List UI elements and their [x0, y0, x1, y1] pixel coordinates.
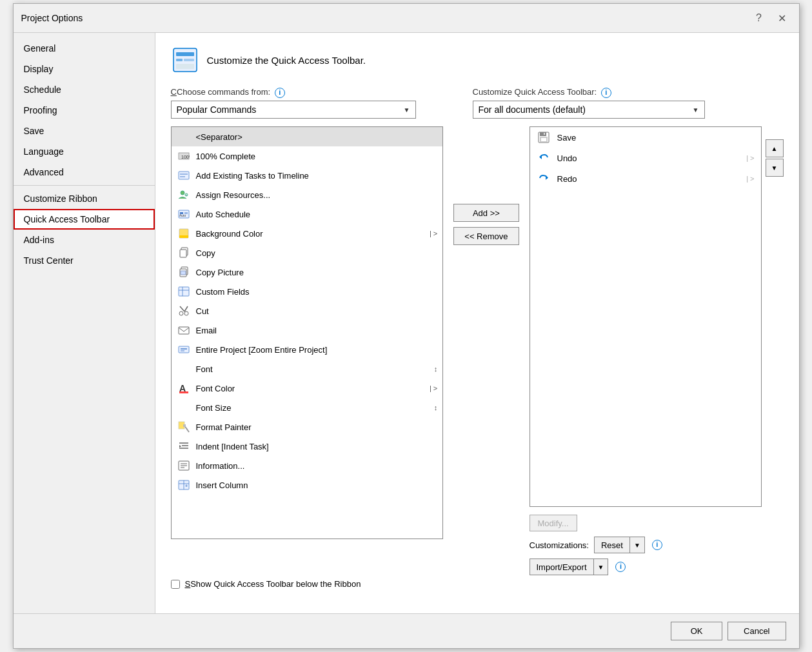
list-item[interactable]: Information... [172, 456, 443, 475]
scroll-buttons: ▲ ▼ [766, 126, 784, 177]
list-item[interactable]: + Insert Column [172, 475, 443, 495]
sidebar-item-save[interactable]: Save [14, 121, 155, 141]
reset-arrow-button[interactable]: ▼ [629, 537, 645, 553]
svg-point-29 [184, 311, 188, 315]
remove-button[interactable]: << Remove [453, 227, 519, 245]
list-item[interactable]: Indent [Indent Task] [172, 437, 443, 456]
fontsize-icon [177, 400, 191, 415]
toolbar-item[interactable]: Undo | > [530, 148, 761, 168]
list-item[interactable]: Add Existing Tasks to Timeline [172, 166, 443, 185]
toolbar-list-container[interactable]: Save Undo [530, 126, 762, 507]
list-item[interactable]: Font ↕ [172, 359, 443, 379]
command-name: Font Size [196, 403, 431, 413]
command-name: Email [196, 326, 438, 335]
show-below-ribbon-checkbox[interactable] [171, 580, 180, 589]
choose-commands-dropdown[interactable]: Popular Commands ▼ [171, 101, 416, 119]
format-icon [177, 420, 191, 434]
right-side: Save Undo [530, 126, 784, 575]
section-header: Customize the Quick Access Toolbar. [171, 46, 784, 74]
toolbar-item-name: Undo [557, 153, 747, 163]
command-name: Background Color [196, 229, 427, 239]
sidebar-item-add-ins[interactable]: Add-ins [14, 230, 155, 250]
sidebar-item-schedule[interactable]: Schedule [14, 79, 155, 100]
list-item[interactable]: A Font Color | > [172, 379, 443, 398]
scroll-down-button[interactable]: ▼ [766, 159, 784, 177]
zoom-icon [177, 342, 191, 357]
list-item[interactable]: Background Color | > [172, 224, 443, 243]
sidebar-item-advanced[interactable]: Advanced [14, 162, 155, 183]
bottom-controls: Modify... Customizations: Reset ▼ i [530, 515, 762, 575]
customize-toolbar-arrow: ▼ [693, 106, 699, 114]
toolbar-item[interactable]: Redo | > [530, 168, 761, 189]
customizations-label: Customizations: [530, 540, 589, 550]
list-item[interactable]: Entire Project [Zoom Entire Project] [172, 340, 443, 359]
svg-marker-42 [179, 445, 181, 448]
svg-rect-1 [176, 52, 194, 56]
list-item[interactable]: <Separator> [172, 127, 443, 146]
help-button[interactable]: ? [750, 9, 768, 27]
copy-icon [177, 246, 191, 260]
scroll-up-button[interactable]: ▲ [766, 139, 784, 157]
project-options-dialog: Project Options ? ✕ General Display Sche… [13, 3, 800, 649]
list-item[interactable]: Copy [172, 243, 443, 262]
svg-rect-55 [544, 133, 545, 135]
import-export-arrow-button[interactable]: ▼ [593, 558, 609, 575]
svg-rect-25 [179, 287, 189, 296]
reset-info-icon[interactable]: i [652, 540, 662, 550]
svg-rect-30 [179, 327, 189, 334]
svg-rect-54 [541, 138, 546, 141]
assign-icon: + [177, 188, 191, 202]
command-name: <Separator> [196, 132, 438, 142]
svg-rect-35 [179, 391, 188, 393]
title-bar-controls: ? ✕ [750, 9, 791, 27]
svg-rect-8 [179, 172, 189, 179]
dropdowns-row: CChoose commands from: i Popular Command… [171, 87, 784, 119]
bgcolor-icon [177, 226, 191, 241]
sidebar-item-display[interactable]: Display [14, 59, 155, 79]
sidebar-separator [14, 185, 155, 186]
customize-toolbar-dropdown[interactable]: For all documents (default) ▼ [473, 101, 705, 119]
lists-area: <Separator> 100% [171, 126, 784, 575]
toolbar-item-name: Redo [557, 174, 747, 184]
list-item[interactable]: Custom Fields [172, 282, 443, 301]
close-button[interactable]: ✕ [773, 9, 791, 27]
add-button[interactable]: Add >> [453, 204, 519, 222]
list-item[interactable]: Email [172, 321, 443, 340]
sidebar-item-language[interactable]: Language [14, 141, 155, 162]
svg-rect-2 [176, 59, 183, 61]
cancel-button[interactable]: Cancel [728, 622, 786, 640]
sidebar-item-proofing[interactable]: Proofing [14, 100, 155, 121]
list-item[interactable]: 100% 100% Complete [172, 146, 443, 166]
list-item[interactable]: Format Painter [172, 417, 443, 437]
import-export-button[interactable]: Import/Export [530, 558, 593, 575]
toolbar-item[interactable]: Save [530, 127, 761, 148]
customize-toolbar-info-icon[interactable]: i [601, 88, 611, 98]
sidebar-item-trust-center[interactable]: Trust Center [14, 250, 155, 271]
choose-commands-info-icon[interactable]: i [275, 88, 285, 98]
import-export-info-icon[interactable]: i [615, 562, 626, 572]
list-item[interactable]: Font Size ↕ [172, 398, 443, 417]
modify-button[interactable]: Modify... [530, 515, 577, 531]
ok-button[interactable]: OK [671, 622, 722, 640]
left-column: <Separator> 100% [171, 126, 444, 539]
list-item[interactable]: Copy Picture [172, 262, 443, 282]
customize-toolbar-label: Customize Quick Access Toolbar: i [473, 87, 705, 98]
list-item[interactable]: + Assign Resources... [172, 185, 443, 204]
sidebar-item-general[interactable]: General [14, 38, 155, 59]
email-icon [177, 323, 191, 337]
show-below-ribbon-row: SShow Quick Access Toolbar below the Rib… [171, 579, 784, 589]
separator-icon [177, 130, 191, 144]
command-list-container[interactable]: <Separator> 100% [171, 126, 444, 539]
sidebar-item-customize-ribbon[interactable]: Customize Ribbon [14, 188, 155, 209]
command-sub: | > [430, 230, 437, 237]
command-name: 100% Complete [196, 152, 438, 161]
list-item[interactable]: Auto Auto Schedule [172, 204, 443, 224]
sidebar-item-quick-access-toolbar[interactable]: Quick Access Toolbar [14, 209, 155, 230]
reset-button[interactable]: Reset [594, 537, 629, 553]
main-content: Customize the Quick Access Toolbar. CCho… [155, 33, 799, 613]
copypic-icon [177, 265, 191, 279]
svg-rect-4 [176, 64, 194, 69]
command-name: Format Painter [196, 422, 438, 432]
list-item[interactable]: Cut [172, 301, 443, 321]
command-name: Cut [196, 306, 438, 316]
